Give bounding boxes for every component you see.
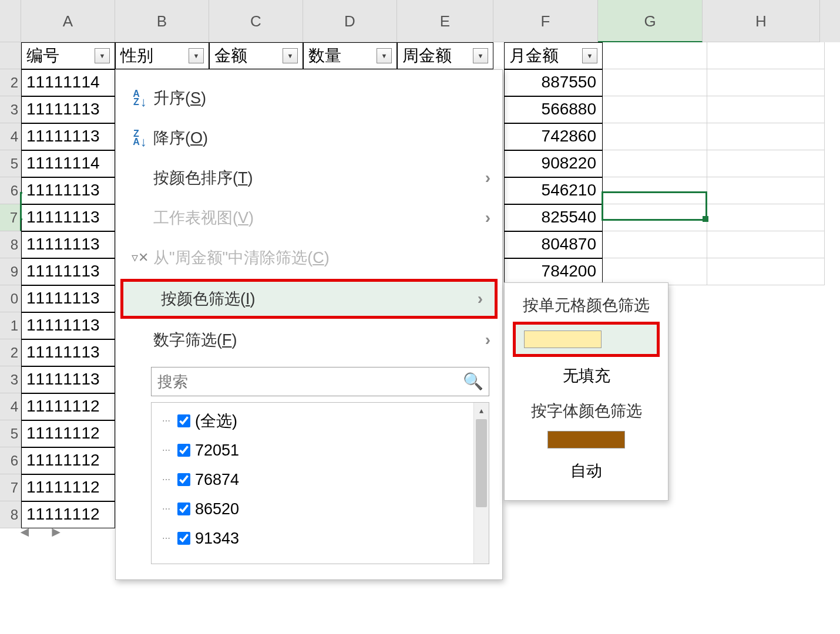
sheet-nav-next[interactable]: ►: [49, 524, 63, 540]
filter-button[interactable]: [189, 48, 204, 63]
auto-color-option[interactable]: 自动: [505, 452, 668, 490]
cell[interactable]: 11111112: [21, 474, 115, 501]
col-header-F[interactable]: F: [493, 0, 598, 42]
header-cell-F[interactable]: 月金额: [504, 42, 603, 69]
row-header[interactable]: 3: [0, 96, 21, 123]
search-input[interactable]: [151, 367, 489, 396]
cell[interactable]: 11111113: [21, 231, 115, 258]
select-all-corner[interactable]: [0, 0, 21, 42]
filter-button[interactable]: [582, 48, 597, 63]
scroll-up-icon[interactable]: ▴: [474, 403, 489, 418]
col-header-E[interactable]: E: [397, 0, 493, 42]
row-header[interactable]: 5: [0, 150, 21, 177]
row-header[interactable]: 5: [0, 420, 21, 447]
cell[interactable]: 804870: [504, 231, 603, 258]
row-header[interactable]: 2: [0, 69, 21, 96]
row-header[interactable]: 1: [0, 312, 21, 339]
cell[interactable]: [707, 204, 825, 231]
cell[interactable]: 11111112: [21, 420, 115, 447]
cell[interactable]: 11111113: [21, 177, 115, 204]
cell[interactable]: [603, 177, 707, 204]
cell[interactable]: 566880: [504, 96, 603, 123]
cell[interactable]: 11111113: [21, 285, 115, 312]
filter-button[interactable]: [473, 48, 488, 63]
cell[interactable]: 742860: [504, 123, 603, 150]
cell[interactable]: 11111113: [21, 96, 115, 123]
cell-G1[interactable]: [603, 42, 707, 69]
cell[interactable]: 11111112: [21, 393, 115, 420]
cell[interactable]: 908220: [504, 150, 603, 177]
cell-H1[interactable]: [707, 42, 825, 69]
cell[interactable]: [707, 150, 825, 177]
scroll-thumb[interactable]: [476, 419, 487, 507]
cell[interactable]: 11111112: [21, 447, 115, 474]
cell[interactable]: [707, 177, 825, 204]
row-header[interactable]: 4: [0, 393, 21, 420]
header-cell-C[interactable]: 金额: [209, 42, 303, 69]
col-header-D[interactable]: D: [303, 0, 397, 42]
cell[interactable]: [603, 96, 707, 123]
col-header-A[interactable]: A: [21, 0, 115, 42]
checkbox[interactable]: [177, 414, 190, 427]
header-cell-E[interactable]: 周金额: [397, 42, 493, 69]
header-cell-A[interactable]: 编号: [21, 42, 115, 69]
cell[interactable]: [603, 123, 707, 150]
menu-number-filter[interactable]: 数字筛选(F) ›: [116, 320, 502, 360]
checkbox[interactable]: [177, 473, 190, 486]
row-header[interactable]: 7: [0, 474, 21, 501]
menu-filter-by-color[interactable]: 按颜色筛选(I) ›: [120, 279, 498, 319]
cell[interactable]: [707, 258, 825, 285]
menu-sort-ascending[interactable]: AZ↓ 升序(S): [116, 78, 502, 118]
font-color-option[interactable]: [505, 427, 668, 452]
cell[interactable]: [707, 231, 825, 258]
row-header[interactable]: 4: [0, 123, 21, 150]
row-header[interactable]: 0: [0, 285, 21, 312]
cell[interactable]: 11111113: [21, 123, 115, 150]
row-header[interactable]: 6: [0, 447, 21, 474]
menu-sort-by-color[interactable]: 按颜色排序(T) ›: [116, 158, 502, 198]
col-header-H[interactable]: H: [703, 0, 820, 42]
cell[interactable]: [603, 231, 707, 258]
cell-color-option[interactable]: [513, 322, 660, 357]
cell[interactable]: 11111114: [21, 69, 115, 96]
cell[interactable]: 887550: [504, 69, 603, 96]
row-header[interactable]: 9: [0, 258, 21, 285]
cell[interactable]: [603, 69, 707, 96]
check-item[interactable]: ⋯ 91343: [162, 524, 486, 553]
cell[interactable]: 11111113: [21, 339, 115, 366]
check-item[interactable]: ⋯ 72051: [162, 436, 486, 465]
cell[interactable]: 11111114: [21, 150, 115, 177]
filter-button[interactable]: [283, 48, 298, 63]
cell[interactable]: 11111113: [21, 204, 115, 231]
cell[interactable]: 11111113: [21, 312, 115, 339]
sheet-nav-prev[interactable]: ◄: [18, 524, 32, 540]
scrollbar[interactable]: ▴: [473, 403, 489, 564]
no-fill-option[interactable]: 无填充: [505, 357, 668, 394]
cell[interactable]: [707, 96, 825, 123]
row-header[interactable]: 2: [0, 339, 21, 366]
check-item[interactable]: ⋯ 86520: [162, 494, 486, 524]
cell[interactable]: 11111113: [21, 258, 115, 285]
filter-button[interactable]: [377, 48, 392, 63]
row-header[interactable]: 8: [0, 231, 21, 258]
col-header-B[interactable]: B: [115, 0, 209, 42]
cell[interactable]: 825540: [504, 204, 603, 231]
row-header[interactable]: 3: [0, 366, 21, 393]
cell[interactable]: [707, 123, 825, 150]
header-cell-B[interactable]: 性别: [115, 42, 209, 69]
col-header-G[interactable]: G: [598, 0, 703, 42]
col-header-C[interactable]: C: [209, 0, 303, 42]
cell[interactable]: [603, 150, 707, 177]
menu-sort-descending[interactable]: ZA↓ 降序(O): [116, 118, 502, 158]
check-item[interactable]: ⋯ 76874: [162, 465, 486, 494]
checkbox[interactable]: [177, 444, 190, 457]
checkbox[interactable]: [177, 532, 190, 545]
cell[interactable]: [603, 204, 707, 231]
filter-button[interactable]: [95, 48, 110, 63]
row-header[interactable]: 6: [0, 177, 21, 204]
row-header[interactable]: 7: [0, 204, 21, 231]
cell[interactable]: [707, 69, 825, 96]
row-header[interactable]: [0, 42, 21, 69]
header-cell-D[interactable]: 数量: [303, 42, 397, 69]
check-item-select-all[interactable]: ⋯ (全选): [162, 406, 486, 436]
